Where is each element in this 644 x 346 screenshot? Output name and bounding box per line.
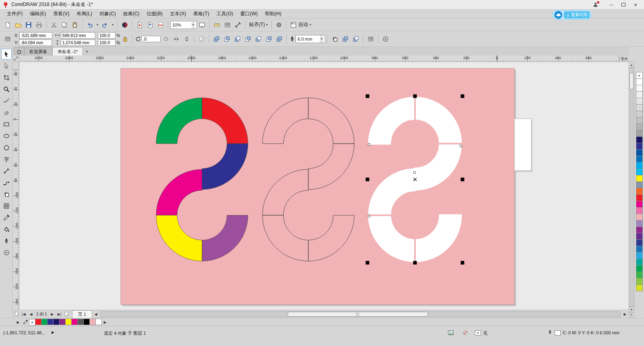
to-back-button[interactable]	[351, 34, 361, 44]
scroll-left-button[interactable]: ◀	[92, 311, 99, 318]
vertical-ruler[interactable]: 604020020406080100120140160180200220240	[13, 62, 19, 310]
selection-handle[interactable]	[366, 178, 369, 181]
transparency-tool[interactable]	[1, 200, 12, 211]
publish-pdf-button[interactable]	[155, 20, 166, 30]
scroll-down-button[interactable]: ▼	[629, 307, 634, 312]
print-button[interactable]	[34, 20, 44, 30]
close-button[interactable]: ×	[630, 1, 642, 9]
options-button[interactable]	[274, 20, 284, 30]
weld-button[interactable]	[211, 34, 222, 44]
wrap-text-button[interactable]	[330, 34, 340, 44]
selection-handle[interactable]	[366, 261, 369, 265]
copy-properties-button[interactable]	[196, 34, 207, 44]
redo-dropdown[interactable]: ▾	[110, 20, 115, 30]
mirror-vertical-button[interactable]	[182, 34, 192, 44]
color-swatch[interactable]	[636, 220, 643, 227]
color-swatch[interactable]	[41, 319, 47, 325]
selection-handle[interactable]	[461, 95, 464, 98]
selection-handle[interactable]	[461, 178, 464, 181]
pick-tool[interactable]	[1, 49, 12, 60]
object-node[interactable]	[368, 215, 370, 217]
interactive-fill-tool[interactable]	[1, 224, 12, 235]
more-tools-button[interactable]	[1, 247, 12, 258]
color-swatch[interactable]	[636, 278, 643, 285]
cut-button[interactable]	[49, 20, 59, 30]
menu-item-tools[interactable]: 工具(O)	[213, 10, 237, 17]
show-rulers-button[interactable]	[212, 20, 222, 30]
connector-tool[interactable]	[1, 177, 12, 188]
menu-item-view[interactable]: 查看(V)	[50, 10, 73, 17]
intersect-button[interactable]	[232, 34, 243, 44]
rotation-angle-input[interactable]	[141, 36, 161, 42]
color-swatch[interactable]	[636, 207, 643, 214]
color-swatch[interactable]	[636, 78, 643, 85]
color-swatch[interactable]	[636, 149, 643, 156]
next-page-button[interactable]: ▶	[49, 311, 56, 318]
new-document-button[interactable]	[2, 20, 13, 30]
ellipse-tool[interactable]	[1, 130, 12, 141]
color-swatch[interactable]	[636, 98, 643, 105]
color-swatch[interactable]	[636, 239, 643, 246]
first-page-button[interactable]: |◀	[20, 311, 27, 318]
selection-handle[interactable]	[413, 261, 417, 265]
color-swatch[interactable]	[636, 181, 643, 188]
color-swatch[interactable]	[636, 169, 643, 175]
color-swatch[interactable]	[636, 201, 643, 208]
menu-item-window[interactable]: 窗口(W)	[237, 10, 261, 17]
color-swatch[interactable]	[636, 246, 643, 253]
palette-expand-button[interactable]: ▶	[14, 319, 22, 326]
position-x-input[interactable]	[19, 32, 52, 39]
tab-welcome-screen[interactable]: 欢迎屏幕	[24, 47, 52, 56]
maximize-button[interactable]	[617, 1, 630, 9]
redo-button[interactable]	[100, 20, 110, 30]
fill-color-indicator[interactable]: ×	[475, 330, 481, 336]
color-swatch[interactable]	[636, 233, 643, 240]
dimension-tool[interactable]	[1, 165, 12, 176]
drawing-canvas[interactable]	[19, 62, 629, 310]
trim-button[interactable]	[222, 34, 232, 44]
color-swatch[interactable]	[636, 214, 643, 220]
cloud-sync-icon[interactable]	[554, 11, 562, 19]
undo-button[interactable]	[85, 20, 95, 30]
color-swatch[interactable]	[47, 319, 54, 325]
color-swatch[interactable]	[89, 319, 96, 325]
simplify-button[interactable]	[243, 34, 253, 44]
color-swatch[interactable]	[636, 188, 643, 195]
color-swatch[interactable]	[636, 284, 643, 291]
color-swatch[interactable]	[636, 252, 643, 259]
color-swatch[interactable]	[53, 319, 60, 325]
scroll-up-button[interactable]: ▲	[629, 62, 634, 68]
zoom-tool[interactable]	[1, 84, 12, 95]
canvas-scene[interactable]	[19, 62, 629, 310]
menu-item-file[interactable]: 文件(F)	[3, 10, 26, 17]
copy-button[interactable]	[59, 20, 70, 30]
horizontal-ruler[interactable]: 3000280026002400220020001800160014001200…	[19, 56, 629, 62]
color-swatch[interactable]	[636, 85, 643, 92]
account-icon[interactable]	[591, 1, 600, 8]
page-layout-button[interactable]	[2, 34, 13, 44]
color-swatch[interactable]	[636, 143, 643, 150]
menu-item-effects[interactable]: 效果(C)	[120, 10, 143, 17]
color-swatch[interactable]	[71, 319, 78, 325]
color-swatch[interactable]	[636, 136, 643, 143]
menu-item-bitmaps[interactable]: 位图(B)	[143, 10, 166, 17]
color-swatch[interactable]	[636, 227, 643, 233]
object-node[interactable]	[414, 172, 416, 174]
menu-item-help[interactable]: 帮助(H)	[261, 10, 285, 17]
import-button[interactable]	[134, 20, 145, 30]
minimize-button[interactable]: ─	[605, 1, 617, 9]
paste-button[interactable]	[70, 20, 80, 30]
shape-tool[interactable]	[1, 60, 12, 71]
to-front-button[interactable]	[340, 34, 351, 44]
color-swatch[interactable]	[636, 91, 643, 98]
outline-width-select[interactable]: 6.0 mm▾	[295, 35, 325, 43]
quick-customize-button[interactable]	[380, 34, 391, 44]
color-swatch[interactable]	[65, 319, 72, 325]
undo-dropdown[interactable]: ▾	[95, 20, 100, 30]
text-tool[interactable]	[1, 154, 12, 165]
update-available-button[interactable]: ⭳更新可用	[564, 11, 590, 19]
back-minus-front-button[interactable]	[264, 34, 274, 44]
object-height-input[interactable]	[61, 39, 95, 46]
scale-y-input[interactable]	[98, 39, 116, 46]
vertical-scrollbar-thumb[interactable]	[630, 73, 634, 89]
